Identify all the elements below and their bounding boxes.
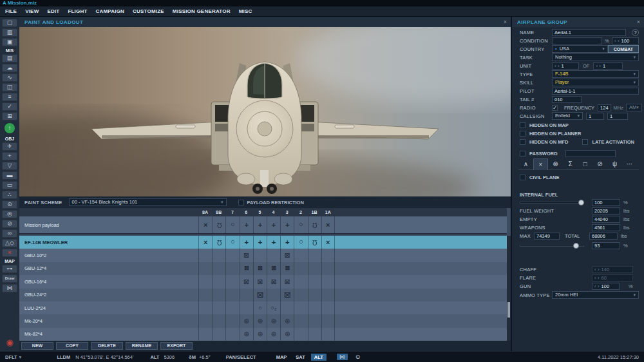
spawn-button[interactable]: ↑ xyxy=(5,123,15,133)
internal-fuel-field[interactable]: 100 xyxy=(592,199,620,206)
payload-row-gbu-16-4[interactable]: GBU-16*4⊠⊠⊠⊠ xyxy=(19,275,507,288)
store-icon-pylon[interactable]: + xyxy=(267,216,280,233)
new-button[interactable]: NEW xyxy=(21,342,53,350)
tab-route[interactable]: ∧ xyxy=(518,158,533,170)
payload-row-ef-14b-meowler[interactable]: EF-14B MEOWLER×Ω○++++○Ω× xyxy=(19,236,507,249)
helicopter-icon[interactable]: + xyxy=(2,152,17,160)
payload-restriction-checkbox[interactable] xyxy=(238,200,244,205)
weather-icon[interactable]: ☁ xyxy=(2,64,17,72)
empty-cell[interactable] xyxy=(212,249,225,262)
empty-cell[interactable] xyxy=(212,301,225,314)
callsign-number1[interactable]: 1 xyxy=(586,113,604,120)
empty-cell[interactable] xyxy=(267,289,280,301)
callsign-dropdown[interactable]: Enfield▾ xyxy=(552,112,583,120)
pilot-field[interactable]: Aerial-1-1 xyxy=(552,88,639,95)
mission-payload-row[interactable]: Mission payload×Ω○++++○Ω× xyxy=(19,216,507,234)
key-icon[interactable]: ⊶ xyxy=(2,265,17,273)
empty-cell[interactable] xyxy=(212,314,225,327)
copy-button[interactable]: COPY xyxy=(56,342,88,350)
frequency-field[interactable]: 124 xyxy=(598,104,611,111)
open-mission-icon[interactable]: ▥ xyxy=(2,28,17,37)
condition-spinner[interactable]: ‹ ›100 xyxy=(612,37,639,44)
target-icon[interactable]: ◎ xyxy=(2,210,17,218)
password-checkbox[interactable] xyxy=(520,151,526,157)
store-icon-mk20[interactable]: ⊛ xyxy=(253,328,267,341)
store-icon-gbu[interactable]: ⊠ xyxy=(253,275,267,288)
map-scale-dropdown[interactable]: DFLT xyxy=(5,354,17,360)
help-button[interactable]: ? xyxy=(632,29,639,36)
empty-cell[interactable] xyxy=(308,289,321,301)
empty-cell[interactable] xyxy=(198,275,212,288)
column-icon[interactable]: ∴ xyxy=(2,191,17,199)
payload-row-luu-2-24[interactable]: LUU-2*24○○₂ xyxy=(19,301,507,314)
menu-mission-generator[interactable]: MISSION GENERATOR xyxy=(173,8,231,14)
tab-summary[interactable]: Σ xyxy=(563,158,578,170)
weapons-weight-field[interactable]: 4561 xyxy=(592,224,620,231)
delete-icon[interactable]: × xyxy=(2,249,17,257)
rename-button[interactable]: RENAME xyxy=(126,342,158,350)
store-icon-tank[interactable]: ○ xyxy=(225,216,239,233)
rail-icon[interactable]: ⊙ xyxy=(2,200,17,209)
store-icon-pylon[interactable]: + xyxy=(253,216,267,233)
delete-button[interactable]: DELETE xyxy=(91,342,123,350)
tab-payload[interactable]: × xyxy=(533,158,548,170)
empty-cell[interactable] xyxy=(225,301,239,314)
empty-cell[interactable] xyxy=(308,328,321,341)
export-button[interactable]: EXPORT xyxy=(160,342,193,350)
menu-view[interactable]: VIEW xyxy=(25,8,39,14)
fuel-weight-field[interactable]: 20205 xyxy=(592,207,620,214)
callsign-number2[interactable]: 1 xyxy=(607,113,628,120)
hidden-on-mfd-checkbox[interactable] xyxy=(520,139,526,145)
empty-cell[interactable] xyxy=(240,301,253,314)
zone-icon[interactable]: ⊘ xyxy=(2,220,17,228)
empty-cell[interactable] xyxy=(198,249,212,262)
store-icon-gbu[interactable]: ⊠ xyxy=(267,275,280,288)
skill-dropdown[interactable]: Player▾ xyxy=(552,79,639,86)
store-icon-mk20[interactable]: ⊛ xyxy=(280,328,294,341)
store-icon-rail[interactable]: × xyxy=(321,236,335,249)
payload-row-gbu-12-4[interactable]: GBU-12*4⊠⊠⊠⊠ xyxy=(19,262,507,275)
store-icon-pylon[interactable]: + xyxy=(253,236,267,249)
empty-cell[interactable] xyxy=(294,275,307,288)
paint-scheme-dropdown[interactable]: 00 - VF-154 Black Knights 101▾ xyxy=(69,198,227,206)
store-icon-pylon[interactable]: + xyxy=(240,236,253,249)
tab-loadout-box[interactable]: □ xyxy=(578,158,592,170)
empty-cell[interactable] xyxy=(321,275,335,288)
empty-cell[interactable] xyxy=(308,262,321,275)
total-weight-field[interactable]: 68806 xyxy=(589,233,618,240)
store-icon-pylon[interactable]: + xyxy=(240,216,253,233)
empty-cell[interactable] xyxy=(294,289,307,301)
store-icon-tank[interactable]: ○ xyxy=(294,216,307,233)
unit-of-spinner[interactable]: ‹ ›1 xyxy=(593,62,623,70)
password-field[interactable] xyxy=(565,150,616,157)
empty-cell[interactable] xyxy=(280,301,294,314)
empty-cell[interactable] xyxy=(212,328,225,341)
coord-system-label[interactable]: LLDM xyxy=(57,354,70,360)
close-icon[interactable]: × xyxy=(637,19,640,25)
payload-row-mk-20-4[interactable]: Mk-20*4⊛⊛⊛⊛ xyxy=(19,314,507,327)
empty-cell[interactable] xyxy=(253,249,267,262)
store-icon-flare[interactable]: ○ xyxy=(253,301,267,314)
store-icon-gbu_lg[interactable]: ⊠ xyxy=(280,289,294,301)
layer-map-button[interactable]: MAP xyxy=(273,354,290,361)
empty-cell[interactable] xyxy=(308,301,321,314)
internal-fuel-slider[interactable] xyxy=(520,202,584,204)
empty-cell[interactable] xyxy=(321,289,335,301)
layer-sat-button[interactable]: SAT xyxy=(292,354,308,361)
store-icon-gbu[interactable]: ⊠ xyxy=(240,249,253,262)
name-field[interactable]: Aerial-1 xyxy=(552,29,626,36)
store-icon-mk20[interactable]: ⊛ xyxy=(267,328,280,341)
empty-cell[interactable] xyxy=(198,262,212,275)
list-icon[interactable]: ≡ xyxy=(2,93,17,101)
tail-field[interactable]: 010 xyxy=(552,96,582,103)
tab-failures[interactable]: ⊗ xyxy=(548,158,563,170)
store-icon-rail[interactable]: × xyxy=(198,216,212,233)
menu-edit[interactable]: EDIT xyxy=(47,8,59,14)
hidden-on-planner-checkbox[interactable] xyxy=(520,131,526,137)
close-icon[interactable]: × xyxy=(504,19,507,25)
task-dropdown[interactable]: Nothing▾ xyxy=(552,53,639,61)
total-fuel-slider[interactable] xyxy=(520,245,584,247)
store-icon-rail[interactable]: × xyxy=(321,216,335,233)
store-icon-missile[interactable]: Ω xyxy=(212,216,225,233)
empty-cell[interactable] xyxy=(321,301,335,314)
